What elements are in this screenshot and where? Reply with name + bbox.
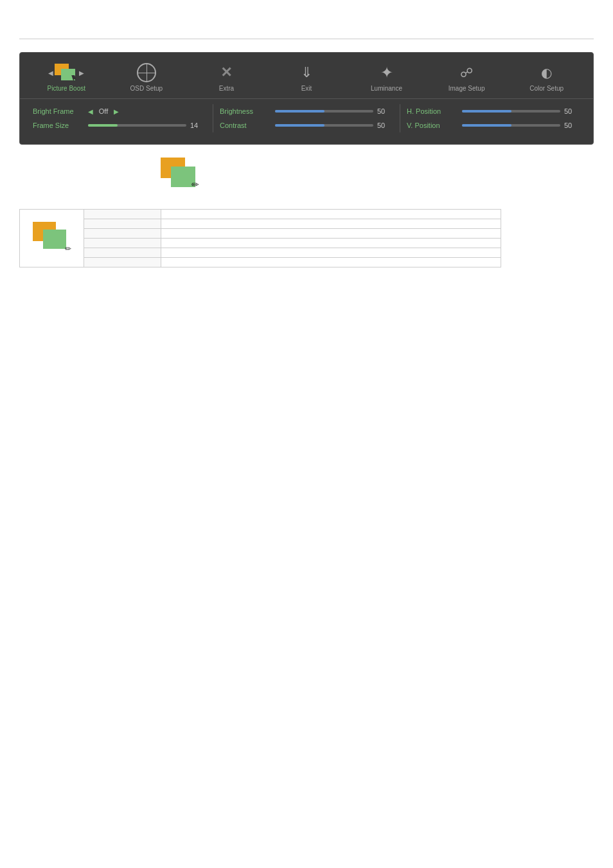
table-row bbox=[20, 229, 501, 239]
table-cell-mid-5 bbox=[84, 248, 161, 258]
osd-mid-col: Brightness 50 Contrast 50 bbox=[213, 104, 400, 132]
table-cell-right-6 bbox=[161, 258, 501, 267]
nav-item-osd-setup[interactable]: OSD Setup bbox=[121, 63, 172, 92]
osd-content: Bright Frame ◀ Off ▶ Frame Size 14 Brigh… bbox=[20, 99, 593, 138]
contrast-value: 50 bbox=[377, 122, 393, 129]
table-cell-right-3 bbox=[161, 229, 501, 239]
bright-frame-label: Bright Frame bbox=[33, 107, 84, 115]
brightness-value: 50 bbox=[377, 107, 393, 115]
nav-label-picture-boost: Picture Boost bbox=[48, 85, 85, 92]
frame-size-slider[interactable] bbox=[88, 124, 186, 127]
nav-item-image-setup[interactable]: ☍ Image Setup bbox=[441, 63, 492, 92]
frame-size-label: Frame Size bbox=[33, 122, 84, 129]
nav-item-picture-boost[interactable]: ◀ ▶ Picture Boost bbox=[40, 63, 92, 92]
nav-label-color-setup: Color Setup bbox=[529, 85, 564, 92]
nav-label-exit: Exit bbox=[301, 85, 312, 92]
table-cell-right-1 bbox=[161, 210, 501, 219]
bright-frame-row: Bright Frame ◀ Off ▶ bbox=[33, 104, 206, 118]
arrow-right-icon[interactable]: ▶ bbox=[79, 69, 84, 77]
h-position-row: H. Position 50 bbox=[407, 104, 580, 118]
preview-image: ✏ bbox=[161, 158, 199, 190]
table-row: ✏ bbox=[20, 210, 501, 219]
nav-arrows-picture-boost: ◀ ▶ bbox=[48, 63, 84, 82]
osd-panel: ◀ ▶ Picture Boost OSD Setup bbox=[19, 52, 594, 145]
v-position-row: V. Position 50 bbox=[407, 118, 580, 132]
nav-item-luminance[interactable]: ✦ Luminance bbox=[361, 63, 413, 92]
h-position-value: 50 bbox=[564, 107, 580, 115]
table-cell-mid-6 bbox=[84, 258, 161, 267]
table-row bbox=[20, 239, 501, 248]
info-table: ✏ bbox=[19, 209, 501, 267]
contrast-slider[interactable] bbox=[275, 124, 373, 127]
table-row bbox=[20, 219, 501, 229]
frame-size-row: Frame Size 14 bbox=[33, 118, 206, 132]
table-cell-right-4 bbox=[161, 239, 501, 248]
nav-label-osd-setup: OSD Setup bbox=[130, 85, 163, 92]
color-setup-icon: ◐ bbox=[535, 63, 558, 82]
contrast-row: Contrast 50 bbox=[220, 118, 393, 132]
contrast-label: Contrast bbox=[220, 122, 271, 129]
nav-item-color-setup[interactable]: ◐ Color Setup bbox=[521, 63, 573, 92]
osd-nav-bar: ◀ ▶ Picture Boost OSD Setup bbox=[20, 59, 593, 99]
table-cell-mid-1 bbox=[84, 210, 161, 219]
table-row bbox=[20, 248, 501, 258]
table-cell-right-5 bbox=[161, 248, 501, 258]
top-divider bbox=[19, 39, 594, 39]
brightness-row: Brightness 50 bbox=[220, 104, 393, 118]
luminance-icon: ✦ bbox=[375, 63, 398, 82]
brightness-slider[interactable] bbox=[275, 110, 373, 113]
brightness-label: Brightness bbox=[220, 107, 271, 115]
table-img: ✏ bbox=[33, 222, 71, 254]
table-cell-mid-3 bbox=[84, 229, 161, 239]
osd-left-col: Bright Frame ◀ Off ▶ Frame Size 14 bbox=[26, 104, 213, 132]
nav-item-exit[interactable]: ⇓ Exit bbox=[281, 63, 332, 92]
osd-setup-icon bbox=[135, 63, 158, 82]
v-position-value: 50 bbox=[564, 122, 580, 129]
table-image-cell: ✏ bbox=[20, 210, 84, 267]
arrow-left-icon[interactable]: ◀ bbox=[48, 69, 53, 77]
table-section: ✏ bbox=[19, 209, 594, 267]
bright-frame-next-btn[interactable]: ▶ bbox=[114, 108, 119, 115]
picture-boost-icon bbox=[55, 63, 78, 82]
image-setup-icon: ☍ bbox=[455, 63, 478, 82]
table-cell-right-2 bbox=[161, 219, 501, 229]
nav-label-image-setup: Image Setup bbox=[449, 85, 485, 92]
table-cell-mid-4 bbox=[84, 239, 161, 248]
h-position-label: H. Position bbox=[407, 107, 458, 115]
nav-item-extra[interactable]: ✕ Extra bbox=[200, 63, 252, 92]
table-cell-mid-2 bbox=[84, 219, 161, 229]
frame-size-value: 14 bbox=[190, 122, 206, 129]
v-position-slider[interactable] bbox=[462, 124, 560, 127]
table-cursor-icon: ✏ bbox=[65, 244, 71, 253]
osd-right-col: H. Position 50 V. Position 50 bbox=[400, 104, 587, 132]
preview-section: ✏ bbox=[161, 158, 594, 190]
bright-frame-value: Off bbox=[97, 107, 110, 115]
nav-label-luminance: Luminance bbox=[371, 85, 402, 92]
cursor-icon: ✏ bbox=[191, 179, 199, 188]
exit-icon: ⇓ bbox=[295, 63, 318, 82]
table-row bbox=[20, 258, 501, 267]
v-position-label: V. Position bbox=[407, 122, 458, 129]
extra-icon: ✕ bbox=[215, 63, 238, 82]
bright-frame-prev-btn[interactable]: ◀ bbox=[88, 108, 93, 115]
h-position-slider[interactable] bbox=[462, 110, 560, 113]
nav-label-extra: Extra bbox=[219, 85, 234, 92]
